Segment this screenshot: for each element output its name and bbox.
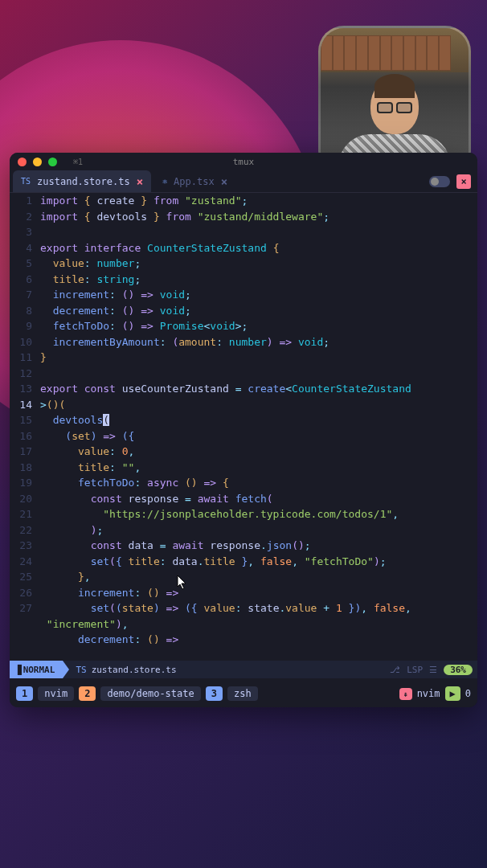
- tmux-window-1[interactable]: 1: [16, 686, 33, 701]
- terminal-window: ⌘1 tmux TS zustand.store.ts × ⚛ App.tsx …: [10, 153, 477, 707]
- code-editor[interactable]: 1 2 3 4 5 6 7 8 9 10 11 12 13 14 15 16 1…: [10, 193, 477, 648]
- status-filename: TS zustand.store.ts: [63, 665, 182, 675]
- tmux-window-3[interactable]: 3: [206, 686, 223, 701]
- tmux-window-2-label[interactable]: demo/demo-state: [100, 686, 200, 701]
- minimize-window-icon[interactable]: [33, 158, 42, 166]
- git-branch-icon: ⎇: [390, 665, 400, 675]
- typescript-icon: TS: [21, 177, 31, 186]
- lsp-label: LSP: [407, 665, 423, 675]
- line-gutter: 1 2 3 4 5 6 7 8 9 10 11 12 13 14 15 16 1…: [10, 193, 40, 648]
- tmux-status-bar: 1 nvim 2 demo/demo-state 3 zsh ⇞ nvim ▶ …: [10, 680, 477, 707]
- window-title: tmux: [233, 157, 255, 167]
- tmux-window-2[interactable]: 2: [79, 686, 96, 701]
- vim-mode-badge: ▊ NORMAL: [10, 661, 63, 678]
- tmux-right-num: 0: [465, 688, 471, 699]
- tmux-window-3-label[interactable]: zsh: [227, 686, 258, 701]
- title-left: ⌘1: [73, 158, 83, 166]
- tab-zustand-store[interactable]: TS zustand.store.ts ×: [13, 170, 151, 192]
- tmux-session-name: nvim: [417, 688, 440, 699]
- status-bar: ▊ NORMAL TS zustand.store.ts ⎇ LSP ☰ 36%: [10, 661, 477, 678]
- tmux-window-1-label[interactable]: nvim: [38, 686, 74, 701]
- tab-bar: TS zustand.store.ts × ⚛ App.tsx × ×: [10, 170, 477, 193]
- maximize-window-icon[interactable]: [48, 158, 57, 166]
- code-content[interactable]: import { create } from "zustand"; import…: [40, 193, 477, 648]
- close-tab-icon[interactable]: ×: [137, 175, 143, 188]
- title-bar: ⌘1 tmux: [10, 153, 477, 170]
- tab-app-tsx[interactable]: ⚛ App.tsx ×: [154, 170, 235, 192]
- tab-label: zustand.store.ts: [37, 176, 130, 187]
- tmux-indicator-icon: ▶: [445, 686, 460, 701]
- prefix-indicator-icon: ⇞: [399, 688, 412, 700]
- close-window-icon[interactable]: [18, 158, 27, 166]
- close-panel-button[interactable]: ×: [456, 174, 471, 189]
- close-tab-icon[interactable]: ×: [221, 175, 227, 188]
- scroll-percent: 36%: [444, 665, 473, 675]
- tab-label: App.tsx: [174, 176, 215, 187]
- toggle-switch[interactable]: [429, 176, 450, 187]
- react-icon: ⚛: [162, 177, 167, 186]
- typescript-icon: TS: [76, 665, 86, 675]
